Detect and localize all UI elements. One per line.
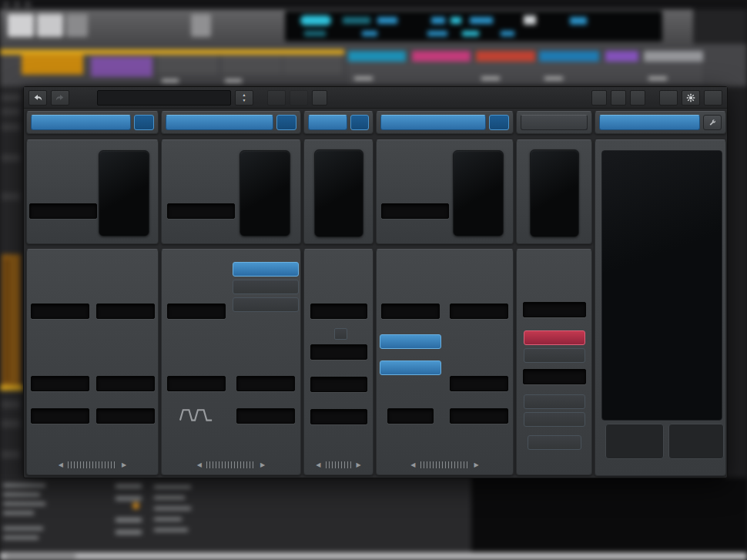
clipper-enable-button[interactable] bbox=[166, 115, 273, 130]
clipper-knee-knob[interactable] bbox=[179, 334, 214, 370]
peak-focus-knob[interactable] bbox=[461, 262, 497, 297]
right-arrow-icon[interactable]: ▶ bbox=[122, 461, 126, 468]
peak-threshold-knob[interactable] bbox=[393, 262, 428, 297]
scrub-ticks[interactable] bbox=[68, 461, 117, 468]
output-delta-button[interactable] bbox=[528, 435, 581, 450]
compressor-badge-button[interactable] bbox=[134, 115, 154, 130]
clipper-threshold-value[interactable] bbox=[167, 303, 226, 319]
compressor-threshold-knob[interactable] bbox=[42, 262, 78, 297]
meter-enable-button[interactable] bbox=[599, 115, 700, 130]
preset-prev-next-button[interactable]: ▲▼ bbox=[235, 90, 253, 106]
compressor-dry-value[interactable] bbox=[96, 408, 155, 424]
compressor-ratio-value[interactable] bbox=[96, 303, 155, 319]
clipper-drive-value[interactable] bbox=[167, 203, 235, 219]
compressor-drive-value[interactable] bbox=[29, 203, 97, 219]
clipper-mode-bwall-button[interactable] bbox=[233, 262, 299, 277]
compressor-enable-button[interactable] bbox=[31, 115, 131, 130]
peak-threshold-value[interactable] bbox=[381, 303, 440, 319]
help-button[interactable] bbox=[659, 90, 678, 106]
compressor-release-value[interactable] bbox=[96, 376, 155, 391]
scrub-ticks[interactable] bbox=[420, 461, 470, 468]
clipper-scrub-strip[interactable]: ◀▶ bbox=[162, 461, 300, 468]
compressor-scrub-strip[interactable]: ◀▶ bbox=[27, 461, 158, 468]
output-bypass-button[interactable] bbox=[524, 412, 585, 427]
compressor-attack-value[interactable] bbox=[31, 376, 89, 391]
hf-type-value[interactable] bbox=[310, 377, 367, 392]
right-arrow-icon[interactable]: ▶ bbox=[357, 461, 361, 468]
ab-copy-button[interactable] bbox=[312, 90, 327, 106]
output-pcm-button[interactable] bbox=[524, 348, 585, 363]
clipper-knee-control[interactable] bbox=[162, 319, 231, 391]
clipper-threshold-control[interactable] bbox=[162, 250, 231, 319]
compressor-mode-value[interactable] bbox=[31, 408, 89, 424]
output-drive-value[interactable] bbox=[523, 302, 586, 317]
peak-recovery-knob[interactable] bbox=[461, 334, 497, 370]
hf-threshold-value[interactable] bbox=[310, 303, 367, 319]
peak-ahead-value[interactable] bbox=[387, 408, 434, 424]
compressor-threshold-control[interactable] bbox=[27, 250, 92, 319]
peak-ahead-control[interactable] bbox=[377, 391, 445, 424]
compressor-dry-control[interactable] bbox=[92, 391, 158, 424]
peak-dry-value[interactable] bbox=[450, 408, 508, 424]
clipper-dry-control[interactable] bbox=[231, 391, 300, 424]
peak-limiter-enable-button[interactable] bbox=[380, 115, 486, 130]
left-arrow-icon[interactable]: ◀ bbox=[59, 461, 63, 468]
stereo-button[interactable] bbox=[611, 90, 626, 106]
peak-threshold-control[interactable] bbox=[377, 250, 445, 319]
clipper-threshold-knob[interactable] bbox=[179, 262, 214, 297]
preset-field[interactable] bbox=[97, 90, 231, 106]
undo-button[interactable] bbox=[28, 90, 47, 106]
peak-focus-value[interactable] bbox=[450, 303, 508, 319]
meter-settings-button[interactable] bbox=[703, 115, 722, 130]
peak-scrub-strip[interactable]: ◀▶ bbox=[377, 461, 513, 468]
clipper-separation-value[interactable] bbox=[236, 376, 295, 391]
clipper-drive-knob[interactable] bbox=[179, 153, 223, 197]
peak-limit-button[interactable] bbox=[380, 360, 441, 375]
settings-button[interactable] bbox=[682, 90, 700, 106]
clipper-separation-control[interactable] bbox=[231, 319, 300, 391]
peak-limiter-badge-button[interactable] bbox=[489, 115, 509, 130]
compressor-ratio-knob[interactable] bbox=[108, 262, 143, 297]
ab-slot-a-button[interactable] bbox=[267, 90, 286, 106]
peak-type-button[interactable] bbox=[380, 334, 441, 349]
left-arrow-icon[interactable]: ◀ bbox=[197, 461, 202, 468]
compressor-release-control[interactable] bbox=[92, 319, 158, 391]
peak-recovery-control[interactable] bbox=[445, 319, 514, 391]
clipper-separation-knob[interactable] bbox=[248, 334, 283, 370]
modules-button[interactable] bbox=[591, 90, 607, 106]
right-arrow-icon[interactable]: ▶ bbox=[260, 461, 265, 468]
left-arrow-icon[interactable]: ◀ bbox=[316, 461, 320, 468]
precise-button[interactable] bbox=[630, 90, 645, 106]
output-autopad-button[interactable] bbox=[524, 394, 585, 409]
output-ceiling-value[interactable] bbox=[523, 369, 586, 384]
compressor-mode-control[interactable] bbox=[27, 391, 92, 424]
compressor-attack-knob[interactable] bbox=[42, 334, 78, 370]
clipper-dry-value[interactable] bbox=[236, 408, 295, 424]
clipper-mode-open-button[interactable] bbox=[233, 280, 299, 294]
hf-threshold-control[interactable] bbox=[304, 250, 373, 319]
right-arrow-icon[interactable]: ▶ bbox=[474, 461, 479, 468]
peak-focus-control[interactable] bbox=[445, 250, 514, 319]
compressor-attack-control[interactable] bbox=[27, 319, 92, 391]
compressor-drive-knob[interactable] bbox=[41, 153, 85, 197]
scrub-ticks[interactable] bbox=[326, 461, 352, 468]
compressor-ratio-control[interactable] bbox=[92, 250, 158, 319]
peak-recovery-value[interactable] bbox=[450, 376, 508, 391]
hf-freq-solo-button[interactable] bbox=[334, 328, 347, 340]
hf-limiter-badge-button[interactable] bbox=[350, 115, 369, 130]
clipper-knee-value[interactable] bbox=[167, 376, 226, 391]
hf-dry-control[interactable] bbox=[304, 392, 373, 424]
output-drive-control[interactable] bbox=[517, 250, 591, 317]
ab-slot-b-button[interactable] bbox=[290, 90, 308, 106]
hf-limiter-enable-button[interactable] bbox=[308, 115, 347, 130]
output-truepeak-button[interactable] bbox=[524, 330, 585, 345]
peak-dry-control[interactable] bbox=[445, 391, 514, 424]
hf-freq-control[interactable] bbox=[304, 340, 373, 360]
clipper-badge-button[interactable] bbox=[276, 115, 296, 130]
hf-threshold-knob[interactable] bbox=[321, 262, 357, 297]
left-arrow-icon[interactable]: ◀ bbox=[410, 461, 415, 468]
peak-drive-knob[interactable] bbox=[393, 153, 437, 197]
output-drive-knob[interactable] bbox=[537, 260, 572, 296]
hf-scrub-strip[interactable]: ◀▶ bbox=[304, 461, 373, 468]
clipper-mode-lfclip-button[interactable] bbox=[233, 297, 299, 312]
